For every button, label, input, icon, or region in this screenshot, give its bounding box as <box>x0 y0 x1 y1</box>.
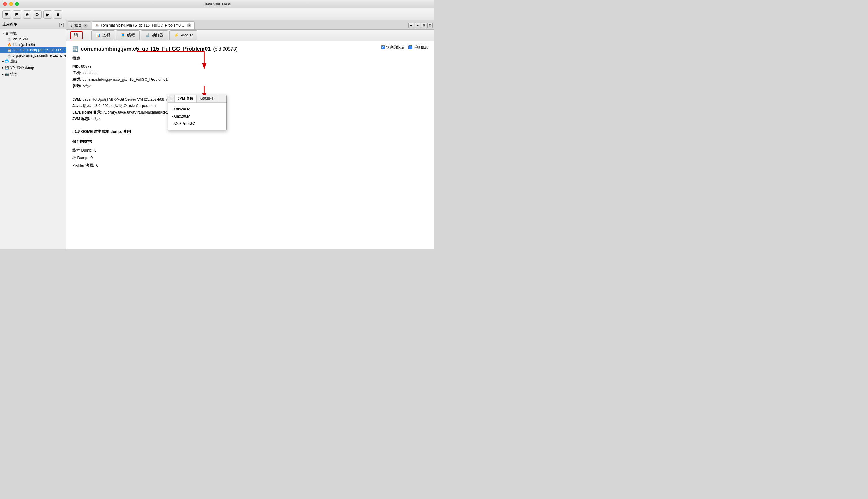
heap-dump-button[interactable]: 💾 <box>70 31 83 39</box>
popup-tab-label-jvm: JVM 参数 <box>178 96 193 101</box>
tab-label-threads: 线程 <box>127 33 135 38</box>
heap-dump-icon: 💾 <box>74 33 78 37</box>
tab-close-start[interactable]: × <box>84 24 88 28</box>
sidebar-item-label-remote: 远程 <box>10 59 17 64</box>
sidebar-item-mashibing[interactable]: ☕ com.mashibing.jvm.c5_gc.T15_FullGC_Pro… <box>0 47 66 53</box>
tab-label-monitor: 监视 <box>102 33 110 38</box>
tab-profiler[interactable]: ⚡ Profiler <box>169 31 197 40</box>
refresh-app-icon[interactable]: 🔄 <box>72 46 78 52</box>
profiler-icon: ⚡ <box>174 33 179 37</box>
sidebar-item-label-idea: Idea (pid 505) <box>13 42 35 47</box>
action-toolbar: 💾 📊 监视 🧵 线程 🔬 抽样器 <box>66 29 434 41</box>
nav-restore-btn[interactable]: ⊡ <box>421 23 427 28</box>
jvmflags-key: JVM 标志: <box>72 116 90 122</box>
sidebar-item-label-vmdump: VM 核心 dump <box>10 65 34 70</box>
minimize-button[interactable] <box>9 2 13 6</box>
vmdump-icon: 💾 <box>5 66 9 70</box>
tab-start[interactable]: 起始页 × <box>68 21 91 29</box>
arrow-icon-vmdump: ▸ <box>1 66 5 69</box>
snapshot-icon: 📷 <box>5 72 9 76</box>
heap-dump-key: 堆 Dump: <box>72 156 88 160</box>
detail-info-checkbox[interactable]: 详细信息 <box>408 45 428 50</box>
threads-icon: 🧵 <box>121 33 125 37</box>
detail-info-label: 详细信息 <box>414 45 428 50</box>
saved-data-cb-icon <box>381 45 385 49</box>
pid-key: PID: <box>72 64 80 70</box>
tab-label-sampler: 抽样器 <box>152 33 164 38</box>
main-toolbar: ⊞ ⊟ ⊕ ⟳ ▶ ⏹ <box>0 9 434 21</box>
heap-dump-row: 堆 Dump: 0 <box>72 154 428 162</box>
toolbar-btn-remove[interactable]: ⊟ <box>13 10 21 19</box>
sidebar: 应用程序 × ▾ 🖥 本地 ☕ VisualVM 🔥 Idea (pid 505… <box>0 21 66 250</box>
toolbar-btn-add[interactable]: ⊕ <box>23 10 31 19</box>
sidebar-tree: ▾ 🖥 本地 ☕ VisualVM 🔥 Idea (pid 505) ☕ com… <box>0 29 66 250</box>
java-key: Java: <box>72 103 82 109</box>
tab-threads[interactable]: 🧵 线程 <box>116 31 139 40</box>
app-icon-idea: 🔥 <box>7 43 11 47</box>
tab-label-start: 起始页 <box>71 23 82 28</box>
popup-close-button[interactable]: × <box>168 95 174 102</box>
monitor-icon: 📊 <box>96 33 101 37</box>
java-value: 版本 1.8.0_202, 供应商 Oracle Corporation <box>83 103 156 109</box>
sidebar-item-remote[interactable]: ▸ 🌐 远程 <box>0 58 66 64</box>
tab-sampler[interactable]: 🔬 抽样器 <box>141 31 168 40</box>
info-row-args: 参数: <无> <box>72 83 428 89</box>
javahome-key: Java Home 目录: <box>72 109 102 116</box>
popup-tab-sys-props[interactable]: 系统属性 <box>196 95 217 102</box>
app-pid: (pid 90578) <box>213 46 237 52</box>
popup-tab-jvm-args[interactable]: JVM 参数 <box>174 95 196 102</box>
sidebar-title: 应用程序 <box>2 22 17 27</box>
remote-icon: 🌐 <box>5 59 9 63</box>
stop-icon: ⏹ <box>56 12 60 17</box>
saved-data-checkbox[interactable]: 保存的数据 <box>381 45 404 50</box>
tab-close-mashibing[interactable]: × <box>187 23 191 27</box>
toolbar-btn-new[interactable]: ⊞ <box>2 10 11 19</box>
info-row-javahome: Java Home 目录: /Library/Java/JavaVirtualM… <box>72 109 428 116</box>
sampler-icon: 🔬 <box>145 33 150 37</box>
profiler-snap-value: 0 <box>96 163 99 168</box>
arrow-icon: ▾ <box>1 32 5 35</box>
sidebar-item-idea[interactable]: 🔥 Idea (pid 505) <box>0 42 66 47</box>
popup-tab-label-sys: 系统属性 <box>199 96 214 101</box>
thread-dump-value: 0 <box>94 148 96 153</box>
content-wrapper: 💾 📊 监视 🧵 线程 🔬 抽样器 <box>66 29 434 250</box>
window-controls[interactable] <box>3 2 19 6</box>
nav-prev-btn[interactable]: ◀ <box>408 23 414 28</box>
sidebar-close-button[interactable]: × <box>59 23 64 27</box>
toolbar-btn-stop[interactable]: ⏹ <box>54 10 62 19</box>
app-name: com.mashibing.jvm.c5_gc.T15_FullGC_Probl… <box>81 46 211 52</box>
close-button[interactable] <box>3 2 7 6</box>
info-row-jvmflags: JVM 标志: <无> <box>72 116 428 122</box>
sidebar-item-local[interactable]: ▾ 🖥 本地 <box>0 30 66 36</box>
sidebar-item-label-local: 本地 <box>9 31 16 36</box>
sidebar-item-visualvm[interactable]: ☕ VisualVM <box>0 36 66 42</box>
detail-info-cb-icon <box>408 45 412 49</box>
run-icon: ▶ <box>46 12 49 17</box>
refresh-icon: ⟳ <box>36 12 39 17</box>
info-grid: PID: 90578 主机: localhost 主类: com.mashibi… <box>72 64 428 89</box>
popup-body: -Xms200M -Xmx200M -XX:+PrintGC <box>168 103 227 130</box>
maximize-button[interactable] <box>15 2 19 6</box>
header-checkboxes: 保存的数据 详细信息 <box>381 45 428 50</box>
info-row-java: Java: 版本 1.8.0_202, 供应商 Oracle Corporati… <box>72 103 428 109</box>
mainclass-value: com.mashibing.jvm.c5_gc.T15_FullGC_Probl… <box>83 76 168 83</box>
nav-close-btn[interactable]: ⊠ <box>427 23 433 28</box>
arrow-icon-snapshot: ▸ <box>1 73 5 76</box>
sidebar-item-launcher[interactable]: ☕ org.jetbrains.jps.cmdline.Launcher (pi… <box>0 53 66 58</box>
thread-dump-row: 线程 Dump: 0 <box>72 147 428 154</box>
jvm-arg-3: -XX:+PrintGC <box>172 120 222 127</box>
sidebar-item-vmdump[interactable]: ▸ 💾 VM 核心 dump <box>0 64 66 71</box>
tab-mashibing[interactable]: ☕ com mashibing.jvm c5_gc T15_FullGC_Pro… <box>91 21 195 29</box>
toolbar-btn-refresh[interactable]: ⟳ <box>33 10 41 19</box>
jvmflags-value: <无> <box>91 116 100 122</box>
toolbar-btn-run[interactable]: ▶ <box>44 10 52 19</box>
content-area: 起始页 × ☕ com mashibing.jvm c5_gc T15_Full… <box>66 21 434 250</box>
new-app-icon: ⊞ <box>5 12 9 17</box>
divider1 <box>72 93 428 96</box>
nav-next-btn[interactable]: ▶ <box>415 23 420 28</box>
sidebar-item-snapshot[interactable]: ▸ 📷 快照 <box>0 71 66 77</box>
saved-data-label: 保存的数据 <box>386 45 404 50</box>
popup-container: × JVM 参数 系统属性 -Xms200M -Xmx200M -XX:+Pri <box>168 95 227 131</box>
info-row-pid: PID: 90578 <box>72 64 428 70</box>
tab-monitor[interactable]: 📊 监视 <box>91 31 115 40</box>
